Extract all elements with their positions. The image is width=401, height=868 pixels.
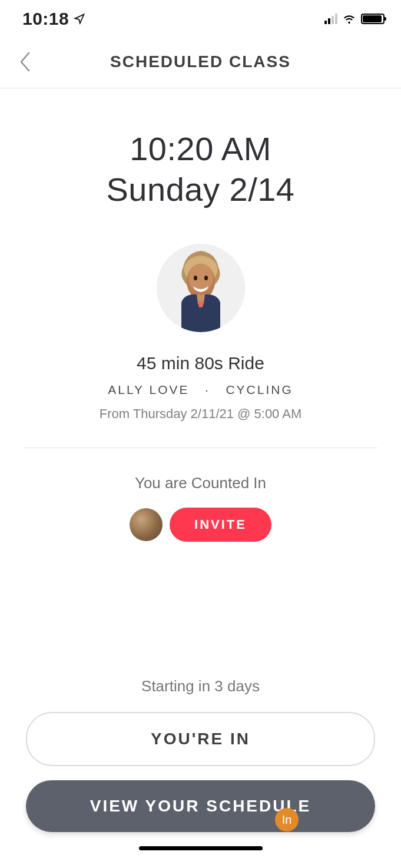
- battery-icon: [361, 14, 385, 24]
- svg-point-4: [204, 276, 208, 280]
- svg-point-3: [194, 276, 197, 280]
- invite-button[interactable]: INVITE: [170, 508, 271, 542]
- wifi-icon: [342, 12, 356, 26]
- chevron-left-icon: [18, 51, 31, 72]
- location-icon: [74, 13, 85, 25]
- badge-icon: In: [275, 808, 299, 831]
- user-avatar[interactable]: [130, 508, 163, 541]
- home-indicator[interactable]: [139, 846, 263, 850]
- class-date: Sunday 2/14: [107, 170, 295, 208]
- class-category: CYCLING: [226, 383, 293, 396]
- class-meta: ALLY LOVE · CYCLING: [100, 383, 302, 397]
- back-button[interactable]: [13, 50, 37, 74]
- divider: [24, 448, 377, 448]
- page-title: SCHEDULED CLASS: [0, 52, 401, 71]
- meta-separator: ·: [205, 383, 210, 396]
- nav-header: SCHEDULED CLASS: [0, 35, 401, 88]
- cellular-signal-icon: [324, 14, 337, 24]
- counted-in-label: You are Counted In: [135, 474, 266, 492]
- status-time: 10:18: [22, 9, 69, 29]
- youre-in-button[interactable]: YOU'RE IN: [26, 712, 375, 766]
- instructor-name: ALLY LOVE: [108, 383, 189, 396]
- view-schedule-button[interactable]: VIEW YOUR SCHEDULE: [26, 780, 375, 832]
- instructor-avatar: [157, 244, 245, 332]
- class-title: 45 min 80s Ride: [100, 353, 302, 373]
- starting-in-label: Starting in 3 days: [26, 677, 375, 695]
- class-time: 10:20 AM: [107, 130, 295, 168]
- svg-point-2: [188, 264, 213, 292]
- class-origin: From Thursday 2/11/21 @ 5:00 AM: [100, 406, 302, 422]
- status-bar: 10:18: [0, 0, 401, 35]
